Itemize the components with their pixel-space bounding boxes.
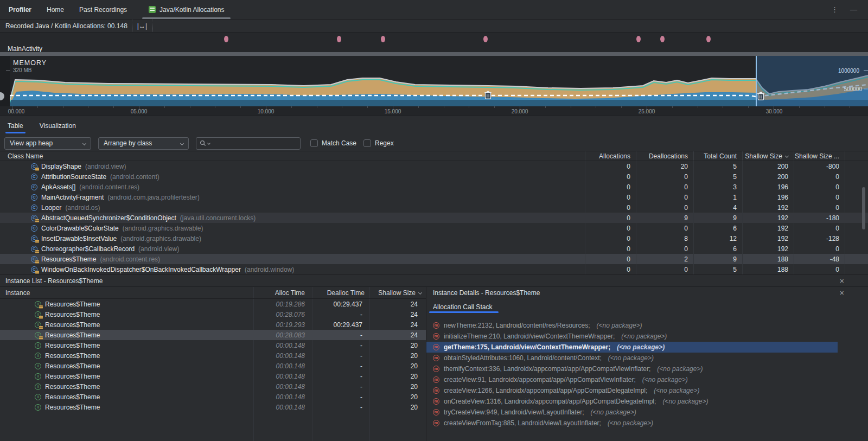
column-shallow-size[interactable]: Shallow Size bbox=[369, 287, 426, 298]
memory-area-chart[interactable] bbox=[0, 56, 868, 106]
instance-row-selected[interactable]: iResources$Theme 00:28.083 - 24 bbox=[0, 330, 426, 340]
search-box[interactable] bbox=[196, 137, 301, 150]
table-row[interactable]: CChoreographer$CallbackRecord(android.vi… bbox=[0, 244, 868, 254]
instance-row[interactable]: iResources$Theme 00:00.148 - 20 bbox=[0, 402, 426, 412]
stack-frame[interactable]: mcreateView:91, Landroidx/appcompat/app/… bbox=[426, 374, 868, 385]
allocations-cell: 0 bbox=[585, 192, 636, 202]
minimize-icon[interactable]: — bbox=[850, 5, 857, 14]
class-icon: C bbox=[31, 266, 37, 273]
table-row[interactable]: CWindowOnBackInvokedDispatcher$OnBackInv… bbox=[0, 264, 868, 274]
tab-table[interactable]: Table bbox=[8, 116, 23, 136]
match-case-option[interactable]: Match Case bbox=[310, 139, 356, 147]
filter-toolbar: View app heap Arrange by class Match Cas… bbox=[0, 136, 868, 151]
instance-name: Resources$Theme bbox=[45, 362, 100, 370]
deallocations-cell: 8 bbox=[636, 233, 693, 244]
table-row[interactable]: CDisplayShape(android.view) 0 20 5 200 -… bbox=[0, 161, 868, 171]
table-row[interactable]: CColorDrawable$ColorState(android.graphi… bbox=[0, 223, 868, 233]
stack-frame[interactable]: mcreateViewFromTag:885, Landroid/view/La… bbox=[426, 418, 868, 429]
menu-past-recordings[interactable]: Past Recordings bbox=[72, 0, 135, 19]
instance-row[interactable]: iResources$Theme 00:00.148 - 20 bbox=[0, 381, 426, 392]
column-deallocations[interactable]: Deallocations bbox=[636, 151, 693, 161]
close-icon[interactable]: × bbox=[840, 277, 844, 285]
method-icon: m bbox=[433, 376, 439, 383]
arrange-select[interactable]: Arrange by class bbox=[98, 137, 189, 150]
instance-name: Resources$Theme bbox=[45, 383, 100, 391]
search-options-chevron-icon[interactable] bbox=[207, 142, 210, 145]
separator bbox=[152, 20, 152, 32]
thread-activity-bar[interactable] bbox=[0, 52, 868, 56]
class-name: AbstractQueuedSynchronizer$ConditionObje… bbox=[41, 214, 176, 222]
view-tabs: Table Visualization bbox=[0, 116, 868, 136]
tab-allocation-call-stack[interactable]: Allocation Call Stack bbox=[433, 299, 492, 315]
scrollbar-thumb[interactable] bbox=[862, 187, 865, 229]
total-count-cell: 12 bbox=[693, 233, 742, 244]
stack-frame[interactable]: mthemifyContext:336, Landroidx/appcompat… bbox=[426, 363, 868, 374]
chart-drag-handle[interactable] bbox=[0, 92, 4, 100]
class-icon: C bbox=[31, 204, 37, 211]
stack-frame[interactable]: mobtainStyledAttributes:1060, Landroid/c… bbox=[426, 353, 868, 363]
table-row[interactable]: CAttributionSourceState(android.content)… bbox=[0, 171, 868, 182]
class-package: (android.content) bbox=[110, 173, 159, 181]
stack-frame[interactable]: mcreateView:1266, Landroidx/appcompat/ap… bbox=[426, 385, 868, 396]
event-dot bbox=[636, 36, 641, 42]
close-icon[interactable]: × bbox=[840, 289, 844, 297]
column-shallow-size[interactable]: Shallow Size bbox=[742, 151, 794, 161]
event-dot bbox=[381, 36, 385, 42]
regex-option[interactable]: Regex bbox=[363, 139, 394, 147]
column-class-name[interactable]: Class Name bbox=[0, 151, 585, 161]
column-allocations[interactable]: Allocations bbox=[585, 151, 636, 161]
shallow-size-delta-cell: -48 bbox=[794, 254, 845, 264]
dealloc-time-cell: - bbox=[311, 309, 369, 319]
instance-row[interactable]: iResources$Theme 00:00.148 - 20 bbox=[0, 340, 426, 350]
stack-frame[interactable]: mtryCreateView:949, Landroid/view/Layout… bbox=[426, 407, 868, 418]
menu-home[interactable]: Home bbox=[39, 0, 72, 19]
table-row[interactable]: CInsetDrawable$InsetValue(android.graphi… bbox=[0, 233, 868, 244]
kebab-menu-icon[interactable]: ⋮ bbox=[831, 5, 838, 14]
deallocations-cell: 0 bbox=[636, 202, 693, 213]
instance-row[interactable]: iResources$Theme 00:00.148 - 20 bbox=[0, 392, 426, 402]
deallocations-cell: 0 bbox=[636, 264, 693, 274]
column-total-count[interactable]: Total Count bbox=[693, 151, 742, 161]
frame-text: newTheme:2132, Landroid/content/res/Reso… bbox=[444, 322, 590, 329]
tab-visualization[interactable]: Visualization bbox=[40, 116, 76, 136]
class-name: ApkAssets[] bbox=[41, 183, 75, 191]
table-row-selected[interactable]: CResources$Theme(android.content.res) 0 … bbox=[0, 254, 868, 264]
match-case-checkbox[interactable] bbox=[310, 139, 318, 147]
column-alloc-time[interactable]: Alloc Time bbox=[253, 287, 311, 298]
tab-java-kotlin-allocations[interactable]: Java/Kotlin Allocations bbox=[142, 0, 231, 19]
instance-row[interactable]: iResources$Theme 00:19.293 00:29.437 24 bbox=[0, 319, 426, 330]
instance-row[interactable]: iResources$Theme 00:19.286 00:29.437 24 bbox=[0, 299, 426, 309]
table-row[interactable]: CMainActivityFragment(android.com.java.p… bbox=[0, 192, 868, 202]
shallow-size-delta-cell: 0 bbox=[794, 202, 845, 213]
thread-label: MainActivity bbox=[8, 45, 42, 53]
event-timeline[interactable] bbox=[0, 33, 868, 46]
stack-frame[interactable]: monCreateView:1316, Landroidx/appcompat/… bbox=[426, 396, 868, 407]
menu-profiler[interactable]: Profiler bbox=[9, 0, 39, 19]
stack-frame[interactable]: mnewTheme:2132, Landroid/content/res/Res… bbox=[426, 320, 868, 331]
spacer-cell bbox=[845, 233, 868, 244]
class-name: MainActivityFragment bbox=[41, 194, 104, 201]
axis-label: 15.000 bbox=[385, 108, 401, 114]
chevron-down-icon bbox=[180, 141, 184, 145]
regex-checkbox[interactable] bbox=[363, 139, 371, 147]
table-row[interactable]: CLooper(android.os) 0 0 4 192 0 bbox=[0, 202, 868, 213]
search-input[interactable] bbox=[212, 139, 282, 147]
instance-row[interactable]: iResources$Theme 00:00.148 - 20 bbox=[0, 371, 426, 381]
column-dealloc-time[interactable]: Dealloc Time bbox=[311, 287, 369, 298]
table-row[interactable]: CAbstractQueuedSynchronizer$ConditionObj… bbox=[0, 213, 868, 223]
allocations-cell: 0 bbox=[585, 264, 636, 274]
stack-frame-selected[interactable]: mgetTheme:175, Landroid/view/ContextThem… bbox=[426, 342, 838, 353]
zoom-to-range-button[interactable]: |↔| bbox=[132, 20, 152, 32]
time-axis: 00.000 05.000 10.000 15.000 20.000 25.00… bbox=[0, 106, 868, 116]
instance-row[interactable]: iResources$Theme 00:00.148 - 20 bbox=[0, 361, 426, 371]
stack-frame[interactable]: minitializeTheme:210, Landroid/view/Cont… bbox=[426, 331, 868, 342]
column-instance[interactable]: Instance bbox=[0, 287, 253, 298]
instance-icon: i bbox=[35, 373, 41, 380]
table-row[interactable]: CApkAssets[](android.content.res) 0 0 3 … bbox=[0, 182, 868, 192]
column-shallow-size-delta[interactable]: Shallow Size ... bbox=[794, 151, 845, 161]
axis-minor-ticks bbox=[12, 106, 868, 108]
instance-row[interactable]: iResources$Theme 00:00.148 - 20 bbox=[0, 350, 426, 361]
instance-row[interactable]: iResources$Theme 00:28.076 - 24 bbox=[0, 309, 426, 319]
memory-chart[interactable]: MEMORY 320 MB 1000000 500000 bbox=[0, 56, 868, 106]
heap-select[interactable]: View app heap bbox=[4, 137, 91, 150]
